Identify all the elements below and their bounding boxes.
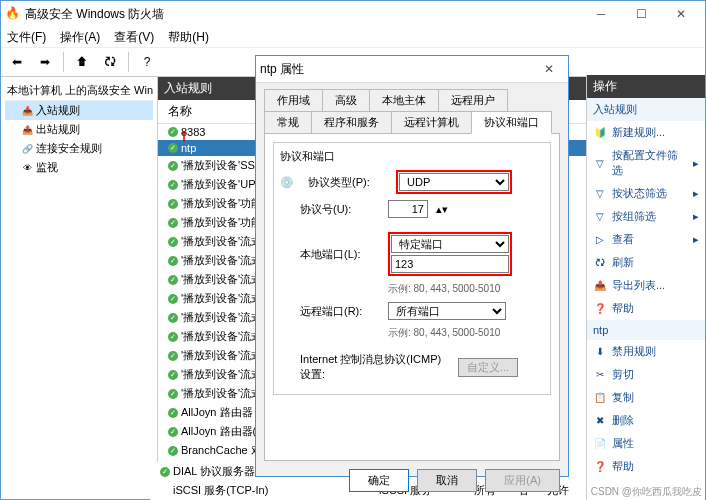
enabled-icon [160, 467, 170, 477]
proto-num-label: 协议号(U): [280, 202, 380, 217]
close-button[interactable]: ✕ [661, 1, 701, 27]
action-item[interactable]: ▷查看▸ [587, 228, 705, 251]
back-button[interactable]: ⬅ [5, 50, 29, 74]
action-icon: ⬇ [593, 345, 607, 359]
action-item[interactable]: 📋复制 [587, 386, 705, 409]
firewall-icon: 🔥 [5, 6, 21, 22]
proto-num-input[interactable] [388, 200, 428, 218]
action-icon: 📋 [593, 391, 607, 405]
menu-file[interactable]: 文件(F) [7, 29, 46, 46]
tree-conn-rules[interactable]: 🔗连接安全规则 [5, 139, 153, 158]
icmp-custom-button: 自定义... [458, 358, 518, 377]
monitor-icon: 👁 [21, 162, 33, 174]
properties-dialog: ntp 属性 ✕ 作用域高级本地主体远程用户 常规程序和服务远程计算机协议和端口… [255, 55, 569, 477]
nav-tree: 本地计算机 上的高级安全 Win 📥入站规则 📤出站规则 🔗连接安全规则 👁监视 [1, 77, 158, 500]
proto-highlight: UDP [396, 170, 512, 194]
menubar: 文件(F) 操作(A) 查看(V) 帮助(H) [1, 27, 705, 48]
action-item[interactable]: ▽按状态筛选▸ [587, 182, 705, 205]
rport-select[interactable]: 所有端口 [388, 302, 506, 320]
enabled-icon [168, 237, 178, 247]
help-button[interactable]: ? [135, 50, 159, 74]
action-icon: 🗘 [593, 256, 607, 270]
up-button[interactable]: 🡅 [70, 50, 94, 74]
action-icon: ▽ [593, 210, 607, 224]
action-icon: ✂ [593, 368, 607, 382]
action-icon: ▽ [593, 156, 607, 170]
dlg-title: ntp 属性 [260, 61, 304, 78]
enabled-icon [168, 143, 178, 153]
enabled-icon [168, 446, 178, 456]
enabled-icon [168, 408, 178, 418]
action-item[interactable]: ⬇禁用规则 [587, 340, 705, 363]
rport-label: 远程端口(R): [280, 304, 380, 319]
action-item[interactable]: 📄属性 [587, 432, 705, 455]
enabled-icon [168, 427, 178, 437]
tree-monitor[interactable]: 👁监视 [5, 158, 153, 177]
tree-inbound[interactable]: 📥入站规则 [5, 101, 153, 120]
main-titlebar: 🔥 高级安全 Windows 防火墙 ─ ☐ ✕ [1, 1, 705, 27]
dlg-tab[interactable]: 远程计算机 [391, 111, 472, 134]
inbound-icon: 📥 [21, 105, 33, 117]
enabled-icon [168, 370, 178, 380]
actions-sec2: ntp [587, 320, 705, 340]
action-icon: ✖ [593, 414, 607, 428]
actions-sec1: 入站规则 [587, 98, 705, 121]
lport-highlight: 特定端口 [388, 232, 512, 276]
menu-help[interactable]: 帮助(H) [168, 29, 209, 46]
enabled-icon [168, 256, 178, 266]
refresh-button[interactable]: 🗘 [98, 50, 122, 74]
outbound-icon: 📤 [21, 124, 33, 136]
action-icon: ❓ [593, 460, 607, 474]
enabled-icon [168, 218, 178, 228]
apply-button[interactable]: 应用(A) [485, 469, 560, 492]
action-item[interactable]: 🔰新建规则... [587, 121, 705, 144]
action-icon: 📄 [593, 437, 607, 451]
action-icon: ▷ [593, 233, 607, 247]
action-item[interactable]: 📤导出列表... [587, 274, 705, 297]
enabled-icon [168, 180, 178, 190]
tab-panel: 协议和端口 💿 协议类型(P): UDP 协议号(U): ▴▾ 本地端口(L):… [264, 133, 560, 461]
action-item[interactable]: ❓帮助 [587, 455, 705, 478]
action-icon: ▽ [593, 187, 607, 201]
action-item[interactable]: ✂剪切 [587, 363, 705, 386]
dlg-tab[interactable]: 高级 [322, 89, 370, 112]
lport-example: 示例: 80, 443, 5000-5010 [388, 282, 500, 296]
dlg-tab[interactable]: 常规 [264, 111, 312, 134]
dlg-tab[interactable]: 作用域 [264, 89, 323, 112]
spinner-icon[interactable]: ▴▾ [436, 203, 448, 216]
menu-view[interactable]: 查看(V) [114, 29, 154, 46]
actions-pane: 操作 入站规则 🔰新建规则...▽按配置文件筛选▸▽按状态筛选▸▽按组筛选▸▷查… [586, 75, 705, 500]
enabled-icon [168, 389, 178, 399]
minimize-button[interactable]: ─ [581, 1, 621, 27]
main-title: 高级安全 Windows 防火墙 [25, 6, 164, 23]
lport-label: 本地端口(L): [280, 247, 380, 262]
cancel-button[interactable]: 取消 [417, 469, 477, 492]
forward-button[interactable]: ➡ [33, 50, 57, 74]
lport-select[interactable]: 特定端口 [391, 235, 509, 253]
action-item[interactable]: ❓帮助 [587, 297, 705, 320]
menu-action[interactable]: 操作(A) [60, 29, 100, 46]
watermark: CSDN @你吃西瓜我吃皮 [591, 485, 702, 499]
lport-input[interactable] [391, 255, 509, 273]
dlg-tab[interactable]: 程序和服务 [311, 111, 392, 134]
maximize-button[interactable]: ☐ [621, 1, 661, 27]
enabled-icon [168, 127, 178, 137]
action-item[interactable]: ▽按组筛选▸ [587, 205, 705, 228]
tree-outbound[interactable]: 📤出站规则 [5, 120, 153, 139]
actions-header: 操作 [587, 75, 705, 98]
dlg-tab[interactable]: 远程用户 [438, 89, 508, 112]
enabled-icon [168, 313, 178, 323]
enabled-icon [168, 294, 178, 304]
dlg-tab[interactable]: 协议和端口 [471, 111, 552, 134]
ok-button[interactable]: 确定 [349, 469, 409, 492]
proto-type-select[interactable]: UDP [399, 173, 509, 191]
action-item[interactable]: ✖删除 [587, 409, 705, 432]
dlg-close-button[interactable]: ✕ [534, 56, 564, 82]
dlg-tab[interactable]: 本地主体 [369, 89, 439, 112]
action-item[interactable]: ▽按配置文件筛选▸ [587, 144, 705, 182]
action-icon: 🔰 [593, 126, 607, 140]
protocol-group: 协议和端口 💿 协议类型(P): UDP 协议号(U): ▴▾ 本地端口(L):… [273, 142, 551, 395]
tree-header[interactable]: 本地计算机 上的高级安全 Win [5, 81, 153, 101]
action-icon: 📤 [593, 279, 607, 293]
action-item[interactable]: 🗘刷新 [587, 251, 705, 274]
